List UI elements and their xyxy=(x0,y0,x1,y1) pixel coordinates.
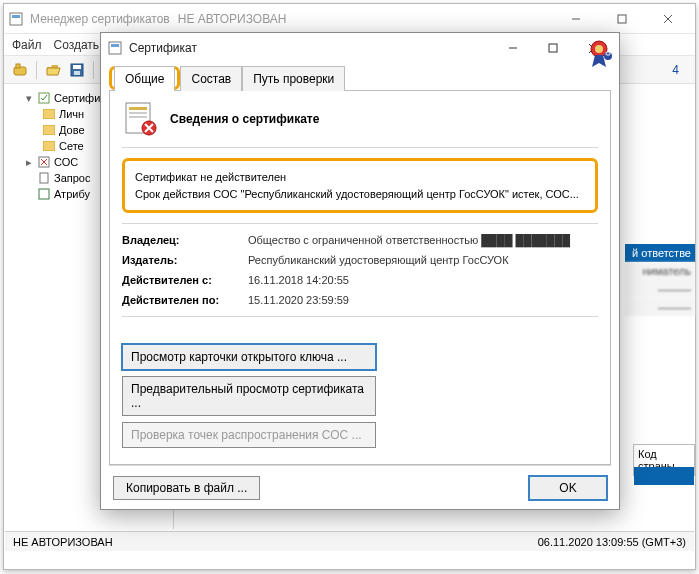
valid-from-label: Действителен с: xyxy=(122,274,240,286)
preview-certificate-button[interactable]: Предварительный просмотр сертификата ... xyxy=(122,376,376,416)
svg-point-37 xyxy=(604,52,612,60)
close-button[interactable] xyxy=(645,4,691,34)
tree-attributes[interactable]: Атрибу xyxy=(54,188,90,200)
tree-root[interactable]: Сертифи xyxy=(54,92,100,104)
svg-rect-15 xyxy=(43,125,55,135)
list-row[interactable]: ниматель xyxy=(625,262,695,280)
owner-value: Общество с ограниченной ответственностью… xyxy=(248,234,598,246)
dialog-titlebar[interactable]: Сертификат xyxy=(101,33,619,63)
svg-rect-16 xyxy=(43,141,55,151)
award-ribbon-icon xyxy=(587,39,613,73)
svg-rect-25 xyxy=(549,44,557,52)
valid-to-value: 15.11.2020 23:59:59 xyxy=(248,294,598,306)
folder-icon xyxy=(42,139,56,153)
svg-rect-22 xyxy=(109,42,121,54)
main-window-title: Менеджер сертификатов xyxy=(30,12,170,26)
main-window-subtitle: НЕ АВТОРИЗОВАН xyxy=(178,12,287,26)
issuer-label: Издатель: xyxy=(122,254,240,266)
tab-path[interactable]: Путь проверки xyxy=(242,66,345,91)
status-left: НЕ АВТОРИЗОВАН xyxy=(13,536,113,548)
svg-rect-9 xyxy=(73,65,81,69)
owner-label: Владелец: xyxy=(122,234,240,246)
toolbar-icon-1[interactable] xyxy=(10,60,30,80)
issuer-value: Республиканский удостоверяющий центр Гос… xyxy=(248,254,598,266)
cert-folder-icon xyxy=(37,91,51,105)
list-row[interactable]: ——— xyxy=(625,298,695,316)
tree-requests[interactable]: Запрос xyxy=(54,172,90,184)
tab-general-highlight: Общие xyxy=(109,66,180,90)
svg-rect-23 xyxy=(111,44,119,47)
list-row[interactable]: ——— xyxy=(625,280,695,298)
copy-to-file-button[interactable]: Копировать в файл ... xyxy=(113,476,260,500)
folder-icon xyxy=(42,123,56,137)
menu-create[interactable]: Создать xyxy=(54,38,100,52)
dialog-maximize-button[interactable] xyxy=(533,34,573,62)
tab-contents[interactable]: Состав xyxy=(180,66,242,91)
tree-expand-icon[interactable]: ▸ xyxy=(24,156,34,169)
minimize-button[interactable] xyxy=(553,4,599,34)
tree-expand-icon[interactable]: ▾ xyxy=(24,92,34,105)
svg-rect-10 xyxy=(74,71,80,75)
status-timestamp: 06.11.2020 13:09:55 (GMT+3) xyxy=(538,536,686,548)
grid-column-header[interactable]: Код страны xyxy=(633,444,695,476)
view-public-key-button[interactable]: Просмотр карточки открытого ключа ... xyxy=(122,344,376,370)
toolbar-save-icon[interactable] xyxy=(67,60,87,80)
dialog-tabs: Общие Состав Путь проверки xyxy=(101,65,353,90)
status-bar: НЕ АВТОРИЗОВАН 06.11.2020 13:09:55 (GMT+… xyxy=(5,531,694,551)
certificate-warning-box: Сертификат не действителен Срок действия… xyxy=(122,158,598,213)
toolbar-open-icon[interactable] xyxy=(43,60,63,80)
folder-icon xyxy=(42,107,56,121)
crl-icon xyxy=(37,155,51,169)
check-crl-button: Проверка точек распространения СОС ... xyxy=(122,422,376,448)
warning-line-1: Сертификат не действителен xyxy=(135,169,585,186)
tree-item-personal[interactable]: Личн xyxy=(59,108,84,120)
attr-icon xyxy=(37,187,51,201)
certificate-invalid-icon xyxy=(122,101,158,137)
dialog-icon xyxy=(107,40,123,56)
svg-point-36 xyxy=(595,45,603,53)
tree-item-trusted[interactable]: Дове xyxy=(59,124,85,136)
svg-rect-20 xyxy=(40,173,48,183)
svg-rect-3 xyxy=(618,15,626,23)
dialog-title: Сертификат xyxy=(129,41,197,55)
certificate-info-header: Сведения о сертификате xyxy=(170,112,319,126)
dialog-body: Сведения о сертификате Сертификат не дей… xyxy=(109,90,611,465)
app-icon xyxy=(8,11,24,27)
svg-rect-0 xyxy=(10,13,22,25)
list-row-selected[interactable]: й ответстве xyxy=(625,244,695,262)
tree-item-network[interactable]: Сете xyxy=(59,140,84,152)
warning-line-2: Срок действия СОС "Республиканский удост… xyxy=(135,186,585,203)
maximize-button[interactable] xyxy=(599,4,645,34)
main-titlebar: Менеджер сертификатов НЕ АВТОРИЗОВАН xyxy=(4,4,695,34)
svg-rect-30 xyxy=(129,112,147,114)
dialog-minimize-button[interactable] xyxy=(493,34,533,62)
toolbar-count: 4 xyxy=(672,63,689,77)
svg-rect-7 xyxy=(16,64,20,68)
svg-rect-31 xyxy=(129,116,147,118)
svg-rect-14 xyxy=(43,109,55,119)
ok-button[interactable]: OK xyxy=(529,476,607,500)
certificate-dialog: Сертификат Общие Состав Путь проверки Св… xyxy=(100,32,620,510)
svg-rect-1 xyxy=(12,15,20,18)
valid-from-value: 16.11.2018 14:20:55 xyxy=(248,274,598,286)
request-icon xyxy=(37,171,51,185)
dialog-footer: Копировать в файл ... OK xyxy=(109,465,611,509)
menu-file[interactable]: Файл xyxy=(12,38,42,52)
svg-rect-21 xyxy=(39,189,49,199)
tab-general[interactable]: Общие xyxy=(114,66,175,91)
svg-rect-29 xyxy=(129,107,147,110)
tree-coc[interactable]: СОС xyxy=(54,156,78,168)
valid-to-label: Действителен по: xyxy=(122,294,240,306)
